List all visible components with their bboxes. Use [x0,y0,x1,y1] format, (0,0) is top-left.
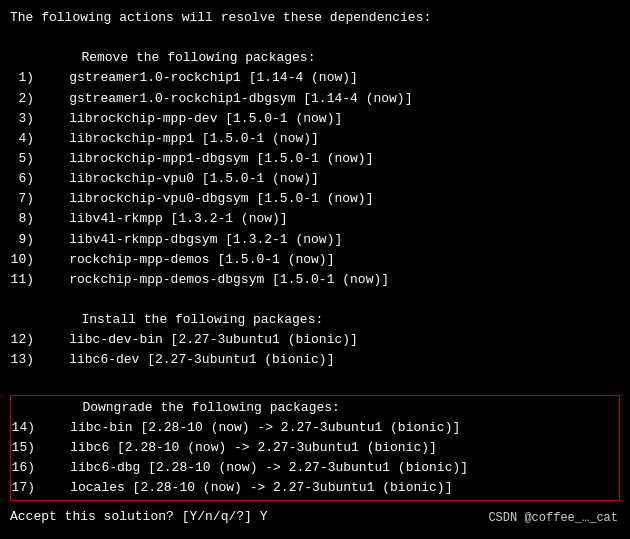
line-number: 17) [11,478,39,498]
line-content: rockchip-mpp-demos-dbgsym [1.5.0-1 (now)… [38,270,389,290]
list-item: 7) librockchip-vpu0-dbgsym [1.5.0-1 (now… [10,189,620,209]
line-number: 13) [10,350,38,370]
terminal-output: The following actions will resolve these… [10,8,620,528]
line-content: librockchip-mpp1 [1.5.0-1 (now)] [38,129,319,149]
list-item: 3) librockchip-mpp-dev [1.5.0-1 (now)] [10,109,620,129]
downgrade-header: Downgrade the following packages: [59,398,619,418]
list-item: 13) libc6-dev [2.27-3ubuntu1 (bionic)] [10,350,620,370]
install-items: 12) libc-dev-bin [2.27-3ubuntu1 (bionic)… [10,330,620,370]
line-content: libc6-dbg [2.28-10 (now) -> 2.27-3ubuntu… [39,458,468,478]
line-number: 1) [10,68,38,88]
line-number: 11) [10,270,38,290]
intro-line: The following actions will resolve these… [10,8,620,28]
line-content: libv4l-rkmpp-dbgsym [1.3.2-1 (now)] [38,230,342,250]
list-item: 10) rockchip-mpp-demos [1.5.0-1 (now)] [10,250,620,270]
line-number: 14) [11,418,39,438]
downgrade-items: 14) libc-bin [2.28-10 (now) -> 2.27-3ubu… [11,418,619,499]
line-content: librockchip-mpp-dev [1.5.0-1 (now)] [38,109,342,129]
install-header: Install the following packages: [58,310,620,330]
line-content: libc6-dev [2.27-3ubuntu1 (bionic)] [38,350,334,370]
list-item: 9) libv4l-rkmpp-dbgsym [1.3.2-1 (now)] [10,230,620,250]
remove-items: 1) gstreamer1.0-rockchip1 [1.14-4 (now)]… [10,68,620,290]
list-item: 1) gstreamer1.0-rockchip1 [1.14-4 (now)] [10,68,620,88]
downgrade-section: Downgrade the following packages: 14) li… [10,395,620,502]
line-number: 2) [10,89,38,109]
list-item: 11) rockchip-mpp-demos-dbgsym [1.5.0-1 (… [10,270,620,290]
line-number: 4) [10,129,38,149]
list-item: 6) librockchip-vpu0 [1.5.0-1 (now)] [10,169,620,189]
line-content: librockchip-vpu0 [1.5.0-1 (now)] [38,169,319,189]
list-item: 8) libv4l-rkmpp [1.3.2-1 (now)] [10,209,620,229]
line-number: 9) [10,230,38,250]
line-content: librockchip-mpp1-dbgsym [1.5.0-1 (now)] [38,149,373,169]
line-content: gstreamer1.0-rockchip1-dbgsym [1.14-4 (n… [38,89,412,109]
remove-header: Remove the following packages: [58,48,620,68]
line-number: 12) [10,330,38,350]
line-number: 3) [10,109,38,129]
line-content: locales [2.28-10 (now) -> 2.27-3ubuntu1 … [39,478,452,498]
line-number: 6) [10,169,38,189]
line-content: libv4l-rkmpp [1.3.2-1 (now)] [38,209,288,229]
list-item: 17) locales [2.28-10 (now) -> 2.27-3ubun… [11,478,619,498]
line-content: libc-bin [2.28-10 (now) -> 2.27-3ubuntu1… [39,418,460,438]
list-item: 14) libc-bin [2.28-10 (now) -> 2.27-3ubu… [11,418,619,438]
list-item: 15) libc6 [2.28-10 (now) -> 2.27-3ubuntu… [11,438,619,458]
line-content: rockchip-mpp-demos [1.5.0-1 (now)] [38,250,334,270]
line-number: 5) [10,149,38,169]
blank-line-2 [10,290,620,310]
list-item: 12) libc-dev-bin [2.27-3ubuntu1 (bionic)… [10,330,620,350]
list-item: 16) libc6-dbg [2.28-10 (now) -> 2.27-3ub… [11,458,619,478]
line-number: 8) [10,209,38,229]
line-content: gstreamer1.0-rockchip1 [1.14-4 (now)] [38,68,358,88]
blank-line-3 [10,371,620,391]
blank-line-1 [10,28,620,48]
watermark: CSDN @coffee_…_cat [488,511,618,525]
line-number: 16) [11,458,39,478]
line-number: 7) [10,189,38,209]
line-number: 10) [10,250,38,270]
line-content: librockchip-vpu0-dbgsym [1.5.0-1 (now)] [38,189,373,209]
list-item: 4) librockchip-mpp1 [1.5.0-1 (now)] [10,129,620,149]
list-item: 5) librockchip-mpp1-dbgsym [1.5.0-1 (now… [10,149,620,169]
line-content: libc-dev-bin [2.27-3ubuntu1 (bionic)] [38,330,358,350]
list-item: 2) gstreamer1.0-rockchip1-dbgsym [1.14-4… [10,89,620,109]
line-number: 15) [11,438,39,458]
line-content: libc6 [2.28-10 (now) -> 2.27-3ubuntu1 (b… [39,438,437,458]
